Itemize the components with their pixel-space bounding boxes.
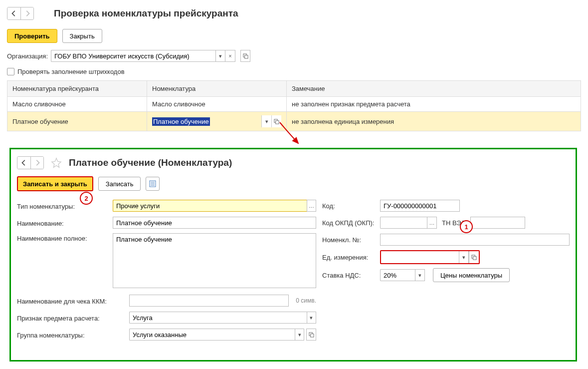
sub-nav-arrows — [17, 156, 44, 169]
kkm-label: Наименование для чека ККМ: — [17, 296, 129, 305]
sub-back-button[interactable] — [17, 157, 30, 169]
cell: Платное обучение ▾ — [147, 112, 287, 131]
vat-input[interactable] — [380, 269, 415, 281]
page-title: Проверка номенклатуры прейскуранта — [54, 8, 238, 19]
org-dropdown-button[interactable]: ▾ — [215, 50, 225, 62]
unit-input[interactable] — [381, 251, 459, 263]
th-0[interactable]: Номенклатура прейскуранта — [7, 81, 147, 97]
name-label: Наименование: — [17, 218, 113, 227]
svg-rect-1 — [244, 55, 247, 58]
unit-label: Ед. измерения: — [322, 254, 380, 261]
org-field-group: ▾ × — [51, 50, 235, 62]
cell: Масло сливочное — [7, 97, 147, 112]
unit-dropdown-button[interactable]: ▾ — [459, 251, 469, 263]
org-open-button[interactable] — [240, 50, 250, 62]
full-name-textarea[interactable] — [113, 233, 316, 288]
code-input[interactable] — [380, 200, 460, 212]
code-label: Код: — [322, 202, 380, 210]
barcode-checkbox[interactable] — [7, 68, 14, 75]
type-field-group: … — [113, 200, 316, 212]
unit-open-button[interactable] — [469, 251, 479, 263]
svg-rect-9 — [310, 334, 313, 337]
table-row[interactable]: Масло сливочное Масло сливочное не запол… — [7, 97, 581, 112]
check-button[interactable]: Проверить — [7, 29, 57, 43]
items-table: Номенклатура прейскуранта Номенклатура З… — [7, 80, 581, 131]
save-close-button[interactable]: Записать и закрыть — [17, 176, 93, 191]
tnved-input[interactable] — [470, 217, 525, 229]
detail-window: Платное обучение (Номенклатура) Записать… — [9, 148, 577, 362]
name-input[interactable] — [113, 217, 316, 229]
org-label: Организация: — [7, 52, 48, 60]
nomno-label: Номенкл. №: — [322, 236, 380, 244]
type-label: Тип номенклатуры: — [17, 201, 113, 210]
full-name-label: Наименование полное: — [17, 233, 113, 242]
kkm-count: 0 симв. — [296, 297, 316, 304]
group-open-button[interactable] — [306, 329, 316, 341]
cell-open-button[interactable] — [271, 115, 281, 127]
nomno-input[interactable] — [380, 234, 570, 246]
cell: Масло сливочное — [147, 97, 287, 112]
barcode-check-label: Проверять заполнение штрихкодов — [17, 68, 125, 75]
kkm-input[interactable] — [129, 295, 289, 307]
subject-input[interactable] — [129, 312, 307, 324]
cell: не заполнен признак предмета расчета — [287, 97, 581, 112]
svg-rect-3 — [276, 120, 279, 123]
list-icon-button[interactable] — [146, 177, 160, 191]
marker-2: 2 — [80, 192, 93, 205]
okpd-select-button[interactable]: … — [427, 217, 437, 229]
th-1[interactable]: Номенклатура — [147, 81, 287, 97]
subject-field-group: ▾ — [129, 312, 316, 324]
subject-label: Признак предмета расчета: — [17, 313, 129, 322]
vat-label: Ставка НДС: — [322, 272, 380, 279]
table-row-selected[interactable]: Платное обучение Платное обучение ▾ не з… — [7, 112, 581, 131]
sub-title: Платное обучение (Номенклатура) — [69, 157, 232, 168]
cell: Платное обучение — [7, 112, 147, 131]
org-input[interactable] — [51, 50, 215, 62]
group-input[interactable] — [129, 329, 295, 341]
unit-field-group: ▾ — [380, 250, 480, 264]
type-input[interactable] — [113, 200, 307, 212]
star-icon[interactable] — [51, 157, 62, 168]
selected-text: Платное обучение — [152, 117, 210, 126]
okpd-input[interactable] — [380, 217, 427, 229]
svg-rect-11 — [473, 256, 476, 259]
prices-button[interactable]: Цены номенклатуры — [433, 268, 510, 282]
okpd-field-group: … — [380, 217, 437, 229]
subject-dropdown-button[interactable]: ▾ — [307, 312, 316, 324]
org-clear-button[interactable]: × — [225, 50, 235, 62]
back-button[interactable] — [7, 7, 20, 19]
nav-arrows — [7, 7, 34, 20]
forward-button[interactable] — [20, 7, 33, 19]
sub-forward-button[interactable] — [30, 157, 43, 169]
group-dropdown-button[interactable]: ▾ — [295, 329, 304, 341]
type-select-button[interactable]: … — [307, 200, 316, 212]
save-button[interactable]: Записать — [98, 177, 141, 191]
cell: не заполнена единица измерения — [287, 112, 581, 131]
vat-dropdown-button[interactable]: ▾ — [415, 269, 425, 281]
cell-dropdown-button[interactable]: ▾ — [261, 115, 271, 127]
group-field-group: ▾ — [129, 329, 304, 341]
close-button[interactable]: Закрыть — [62, 29, 102, 43]
group-label: Группа номенклатуры: — [17, 330, 129, 339]
marker-1: 1 — [460, 220, 473, 233]
vat-field-group: ▾ — [380, 269, 425, 281]
okpd-label: Код ОКПД (ОКП): — [322, 219, 380, 227]
th-2[interactable]: Замечание — [287, 81, 581, 97]
